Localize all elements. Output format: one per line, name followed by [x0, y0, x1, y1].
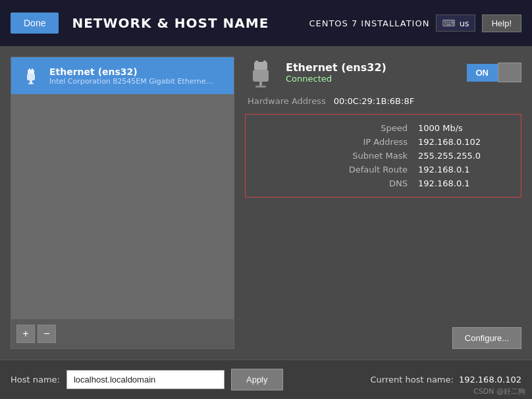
installation-title: CENTOS 7 INSTALLATION — [309, 18, 429, 28]
current-host-section: Current host name: 192.168.0.102 — [370, 375, 521, 385]
svg-rect-0 — [28, 70, 34, 74]
watermark: CSDN @好二狗 — [473, 386, 525, 396]
network-details-box: Speed 1000 Mb/s IP Address 192.168.0.102… — [245, 114, 521, 198]
app-header: Done NETWORK & HOST NAME CENTOS 7 INSTAL… — [0, 0, 532, 46]
device-list-empty-area — [11, 94, 234, 319]
device-type-icon — [245, 57, 277, 88]
device-list-footer: + − — [11, 319, 234, 348]
ethernet-device-desc: Intel Corporation 82545EM Gigabit Ethern… — [49, 77, 214, 86]
svg-rect-4 — [30, 80, 32, 83]
svg-rect-8 — [263, 61, 266, 63]
svg-rect-2 — [32, 68, 33, 70]
route-row: Default Route 192.168.0.1 — [256, 163, 510, 176]
current-host-label: Current host name: — [370, 375, 453, 385]
host-name-input[interactable] — [66, 370, 225, 389]
footer: Host name: Apply Current host name: 192.… — [0, 359, 532, 399]
svg-rect-3 — [27, 74, 35, 80]
ip-label: IP Address — [342, 137, 408, 147]
host-name-label: Host name: — [11, 375, 60, 385]
subnet-label: Subnet Mask — [342, 151, 408, 161]
subnet-row: Subnet Mask 255.255.255.0 — [256, 149, 510, 163]
svg-rect-11 — [255, 86, 266, 88]
configure-button[interactable]: Configure... — [452, 327, 521, 349]
done-button[interactable]: Done — [11, 13, 59, 34]
device-status: Connected — [286, 74, 386, 84]
speed-row: Speed 1000 Mb/s — [256, 121, 510, 135]
add-device-button[interactable]: + — [16, 325, 35, 343]
svg-rect-7 — [255, 61, 258, 63]
svg-rect-1 — [29, 68, 30, 70]
header-left: Done NETWORK & HOST NAME — [11, 13, 269, 34]
route-label: Default Route — [342, 165, 408, 174]
ip-row: IP Address 192.168.0.102 — [256, 135, 510, 149]
ethernet-device-text: Ethernet (ens32) Intel Corporation 82545… — [49, 66, 214, 86]
device-info: Ethernet (ens32) Connected — [286, 61, 386, 84]
remove-device-button[interactable]: − — [38, 325, 56, 343]
speed-value: 1000 Mb/s — [418, 123, 510, 133]
route-value: 192.168.0.1 — [418, 165, 510, 174]
hardware-address-row: Hardware Address 00:0C:29:1B:6B:8F — [245, 96, 521, 106]
hardware-address-value: 00:0C:29:1B:6B:8F — [334, 96, 414, 106]
keyboard-icon: ⌨ — [442, 18, 455, 28]
keyboard-widget[interactable]: ⌨ us — [436, 14, 475, 32]
toggle-off-area[interactable] — [498, 63, 521, 82]
svg-rect-5 — [28, 83, 34, 84]
svg-rect-10 — [259, 82, 262, 86]
ethernet-device-icon — [19, 64, 43, 88]
ethernet-device-name: Ethernet (ens32) — [49, 66, 214, 77]
svg-rect-9 — [253, 70, 269, 82]
device-detail-panel: Ethernet (ens32) Connected ON Hardware A… — [245, 57, 521, 349]
header-right: CENTOS 7 INSTALLATION ⌨ us Help! — [309, 14, 521, 32]
device-name: Ethernet (ens32) — [286, 61, 386, 74]
configure-row: Configure... — [245, 327, 521, 349]
hardware-address-label: Hardware Address — [248, 96, 326, 106]
current-host-value: 192.168.0.102 — [459, 375, 521, 385]
ip-value: 192.168.0.102 — [418, 137, 510, 147]
ethernet-device-item[interactable]: Ethernet (ens32) Intel Corporation 82545… — [11, 57, 234, 94]
page-title: NETWORK & HOST NAME — [72, 15, 269, 31]
dns-value: 192.168.0.1 — [418, 178, 510, 188]
device-header: Ethernet (ens32) Connected ON — [245, 57, 521, 88]
toggle-switch[interactable]: ON — [467, 63, 522, 82]
apply-button[interactable]: Apply — [231, 369, 283, 390]
dns-row: DNS 192.168.0.1 — [256, 176, 510, 190]
network-device-list: Ethernet (ens32) Intel Corporation 82545… — [11, 57, 234, 349]
dns-label: DNS — [342, 178, 408, 188]
main-content: Ethernet (ens32) Intel Corporation 82545… — [0, 46, 532, 359]
keyboard-lang: us — [460, 18, 469, 28]
help-button[interactable]: Help! — [482, 14, 521, 32]
speed-label: Speed — [342, 123, 408, 133]
subnet-value: 255.255.255.0 — [418, 151, 510, 161]
toggle-on-button[interactable]: ON — [467, 64, 498, 82]
